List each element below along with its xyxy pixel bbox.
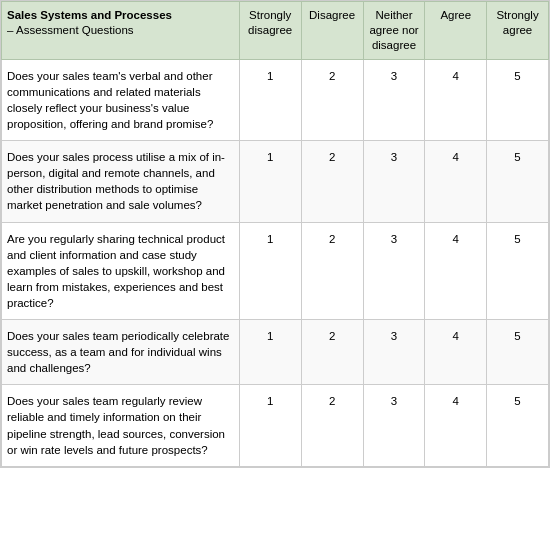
rating-cell-4[interactable]: 4: [425, 320, 487, 385]
header-col1: Strongly disagree: [239, 2, 301, 60]
table-row: Does your sales team regularly review re…: [2, 385, 549, 466]
rating-cell-5[interactable]: 5: [487, 222, 549, 319]
assessment-table: Sales Systems and Processes – Assessment…: [0, 0, 550, 468]
rating-cell-1[interactable]: 1: [239, 59, 301, 140]
table-row: Does your sales team's verbal and other …: [2, 59, 549, 140]
header-question: Sales Systems and Processes – Assessment…: [2, 2, 240, 60]
table-row: Does your sales team periodically celebr…: [2, 320, 549, 385]
header-col4: Agree: [425, 2, 487, 60]
question-cell: Does your sales team periodically celebr…: [2, 320, 240, 385]
header-col5: Strongly agree: [487, 2, 549, 60]
rating-cell-2[interactable]: 2: [301, 320, 363, 385]
rating-cell-2[interactable]: 2: [301, 222, 363, 319]
rating-cell-1[interactable]: 1: [239, 141, 301, 222]
header-col2: Disagree: [301, 2, 363, 60]
rating-cell-3[interactable]: 3: [363, 141, 425, 222]
table-row: Are you regularly sharing technical prod…: [2, 222, 549, 319]
rating-cell-5[interactable]: 5: [487, 141, 549, 222]
rating-cell-1[interactable]: 1: [239, 385, 301, 466]
rating-cell-2[interactable]: 2: [301, 59, 363, 140]
question-cell: Does your sales team regularly review re…: [2, 385, 240, 466]
rating-cell-4[interactable]: 4: [425, 385, 487, 466]
header-question-title: Sales Systems and Processes – Assessment…: [7, 9, 172, 36]
rating-cell-1[interactable]: 1: [239, 320, 301, 385]
rating-cell-2[interactable]: 2: [301, 141, 363, 222]
rating-cell-2[interactable]: 2: [301, 385, 363, 466]
question-cell: Does your sales process utilise a mix of…: [2, 141, 240, 222]
rating-cell-4[interactable]: 4: [425, 222, 487, 319]
question-cell: Are you regularly sharing technical prod…: [2, 222, 240, 319]
rating-cell-5[interactable]: 5: [487, 320, 549, 385]
rating-cell-3[interactable]: 3: [363, 385, 425, 466]
rating-cell-5[interactable]: 5: [487, 385, 549, 466]
question-cell: Does your sales team's verbal and other …: [2, 59, 240, 140]
rating-cell-4[interactable]: 4: [425, 59, 487, 140]
rating-cell-4[interactable]: 4: [425, 141, 487, 222]
rating-cell-3[interactable]: 3: [363, 59, 425, 140]
table-row: Does your sales process utilise a mix of…: [2, 141, 549, 222]
rating-cell-1[interactable]: 1: [239, 222, 301, 319]
rating-cell-3[interactable]: 3: [363, 320, 425, 385]
rating-cell-5[interactable]: 5: [487, 59, 549, 140]
rating-cell-3[interactable]: 3: [363, 222, 425, 319]
header-col3: Neither agree nor disagree: [363, 2, 425, 60]
